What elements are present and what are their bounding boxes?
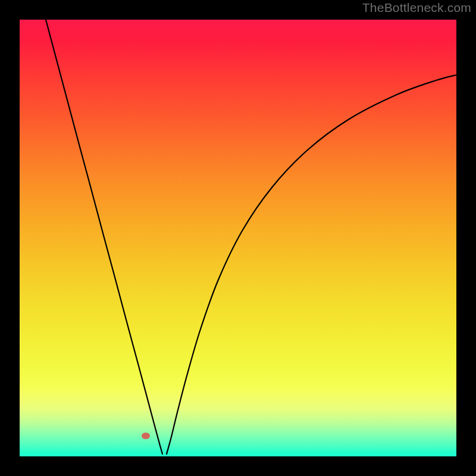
curve-right-branch [167, 75, 456, 454]
optimum-marker-icon [142, 433, 150, 439]
watermark-text: TheBottleneck.com [362, 1, 471, 15]
chart-frame: TheBottleneck.com [0, 0, 476, 476]
curve-left-branch [46, 20, 162, 454]
bottleneck-curve [20, 20, 456, 456]
